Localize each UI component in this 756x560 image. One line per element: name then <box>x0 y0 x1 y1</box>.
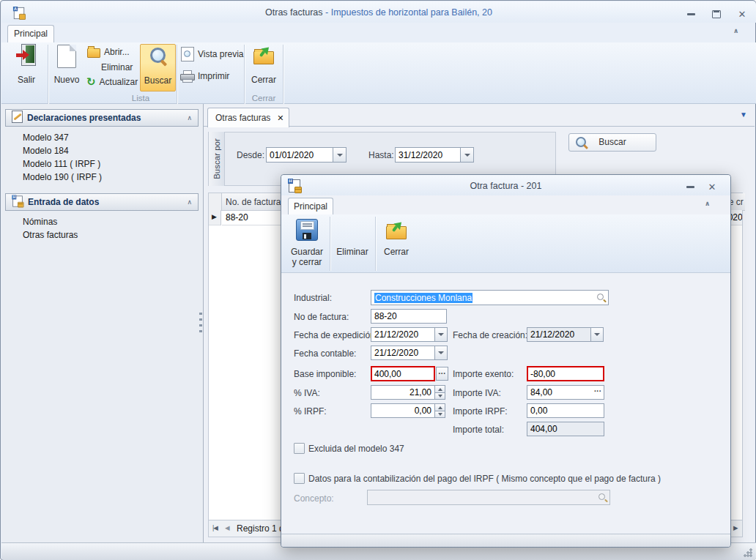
sidebar-item-nominas[interactable]: Nóminas <box>23 217 57 227</box>
irpf-pct-label: % IRPF: <box>294 406 327 417</box>
iva-spinner[interactable] <box>434 385 445 400</box>
irpf-pct-field[interactable]: 0,00 <box>371 403 435 418</box>
importe-exento-field[interactable]: -80,00 <box>527 366 604 381</box>
maximize-button[interactable] <box>707 8 726 20</box>
minimize-button[interactable] <box>681 8 700 20</box>
nav-prev-icon[interactable]: ◀ <box>225 524 230 531</box>
actualizar-button[interactable]: ↻ Actualizar <box>86 75 138 89</box>
industrial-label: Industrial: <box>294 293 332 303</box>
dialog-minimize-button[interactable] <box>681 181 700 193</box>
abrir-button[interactable]: Abrir... <box>87 45 130 59</box>
industrial-lookup-icon[interactable] <box>596 293 607 303</box>
iva-pct-label: % IVA: <box>294 388 320 398</box>
ribbon-collapse-icon[interactable]: ∧ <box>733 27 738 34</box>
iva-pct-field[interactable]: 21,00 <box>371 385 435 400</box>
tab-list-dropdown-icon[interactable]: ▼ <box>740 111 747 119</box>
printer-icon <box>179 70 194 82</box>
dialog-title: Otra factura - 201 <box>281 181 730 191</box>
sidebar-item-modelo-184[interactable]: Modelo 184 <box>23 146 69 156</box>
new-page-icon <box>57 45 76 68</box>
buscar-button[interactable]: Buscar <box>568 133 656 152</box>
desde-dropdown-icon[interactable] <box>333 147 346 163</box>
main-ribbon: Salir Nuevo Abrir... Eliminar ↻ Actualiz… <box>1 42 756 104</box>
splitter-handle[interactable] <box>199 313 202 333</box>
dialog-titlebar: H Otra factura - 201 ✕ <box>281 175 730 195</box>
exit-door-icon <box>15 44 37 66</box>
dialog-cerrar-button[interactable]: Cerrar <box>377 216 415 272</box>
nav-first-icon[interactable]: |◀ <box>212 524 218 531</box>
irpf-spinner[interactable] <box>434 403 445 418</box>
dialog-eliminar-button[interactable]: Eliminar <box>332 216 373 272</box>
hasta-field[interactable]: 31/12/2020 <box>395 147 461 163</box>
desde-field[interactable]: 01/01/2020 <box>266 147 333 163</box>
factura-field[interactable]: 88-20 <box>371 309 447 324</box>
sidebar-item-modelo-111[interactable]: Modelo 111 ( IRPF ) <box>23 159 100 169</box>
dialog-statusbar <box>281 534 730 547</box>
industrial-field[interactable]: Construcciones Monlana <box>371 290 609 305</box>
guardar-cerrar-button[interactable]: Guardary cerrar <box>286 216 327 272</box>
contable-field[interactable]: 21/12/2020 <box>371 346 435 360</box>
importe-total-label: Importe total: <box>453 425 504 435</box>
nuevo-button[interactable]: Nuevo <box>50 44 84 91</box>
contable-dropdown-icon[interactable] <box>434 346 448 360</box>
excluida-checkbox[interactable] <box>294 443 305 454</box>
importe-exento-label: Importe exento: <box>453 369 514 379</box>
imprimir-button[interactable]: Imprimir <box>179 69 229 83</box>
salir-button[interactable]: Salir <box>9 44 44 91</box>
expedicion-field[interactable]: 21/12/2020 <box>371 327 435 342</box>
ribbon-group-lista: Lista <box>104 94 177 102</box>
refresh-icon: ↻ <box>86 75 96 89</box>
tab-close-icon[interactable]: ✕ <box>277 113 284 123</box>
ribbon-tab-principal[interactable]: Principal <box>7 25 54 43</box>
dialog-ribbon-collapse-icon[interactable]: ∧ <box>705 200 710 207</box>
close-button[interactable]: ✕ <box>733 8 752 20</box>
concepto-field <box>367 490 610 505</box>
preview-icon <box>181 47 194 61</box>
dialog-close-button[interactable]: ✕ <box>703 181 722 193</box>
scroll-right-icon[interactable]: ▶ <box>733 524 738 531</box>
hasta-dropdown-icon[interactable] <box>460 147 474 163</box>
search-loupe-icon <box>148 47 168 67</box>
creacion-dropdown-icon[interactable] <box>590 327 604 342</box>
importe-iva-field[interactable]: 84,00 ··· <box>527 385 604 400</box>
sidebar-item-modelo-190[interactable]: Modelo 190 ( IRPF ) <box>23 172 102 182</box>
otra-factura-dialog: H Otra factura - 201 ✕ Principal ∧ Guard… <box>281 174 731 548</box>
sidebar-group-declaraciones[interactable]: Declaraciones presentadas ∧ <box>5 109 199 127</box>
base-ellipsis-button[interactable]: ··· <box>436 367 448 381</box>
sidebar-item-modelo-347[interactable]: Modelo 347 <box>23 132 69 143</box>
concepto-lookup-icon <box>598 493 608 503</box>
importe-iva-label: Importe IVA: <box>453 388 501 398</box>
collapse-chevron-icon[interactable]: ∧ <box>187 198 192 206</box>
dialog-tab-principal[interactable]: Principal <box>288 198 333 215</box>
factura-label: No de factura: <box>294 312 349 322</box>
base-imponible-field[interactable]: 400,00 <box>371 366 435 381</box>
expedicion-dropdown-icon[interactable] <box>434 327 448 342</box>
sidebar-item-otras-facturas[interactable]: Otras facturas <box>23 230 78 240</box>
collapse-chevron-icon[interactable]: ∧ <box>187 114 192 122</box>
base-imponible-label: Base imponible: <box>294 369 356 379</box>
datos-irpf-label: Datos para la contabilización del pago d… <box>308 474 661 484</box>
creacion-field: 21/12/2020 <box>527 327 591 342</box>
sidebar <box>1 104 204 542</box>
creacion-label: Fecha de creación: <box>453 330 527 340</box>
row-arrow-icon: ▶ <box>212 213 217 220</box>
hasta-label: Hasta: <box>368 150 394 160</box>
cerrar-ribbon-button[interactable]: Cerrar <box>246 44 281 91</box>
importe-irpf-field[interactable]: 0,00 <box>527 403 604 418</box>
resize-grip[interactable] <box>743 548 753 558</box>
buscar-ribbon-button[interactable]: Buscar <box>140 44 176 92</box>
sidebar-group-entrada[interactable]: H Entrada de datos ∧ <box>5 193 199 211</box>
ribbon-group-cerrar: Cerrar <box>246 94 281 102</box>
importe-irpf-label: Importe IRPF: <box>453 406 508 417</box>
window-title: Otras facturas - Impuestos de horizontal… <box>1 7 756 18</box>
excluida-label: Excluida del modelo 347 <box>308 444 404 454</box>
expedicion-label: Fecha de expedición: <box>294 330 377 340</box>
grid-indicator-header <box>209 193 222 211</box>
importe-iva-ellipsis-button[interactable]: ··· <box>594 387 601 395</box>
eliminar-button[interactable]: Eliminar <box>87 60 133 74</box>
dialog-ribbon: Guardary cerrar Eliminar Cerrar <box>281 214 730 273</box>
importe-total-field: 404,00 <box>527 422 604 436</box>
vista-previa-button[interactable]: Vista previa <box>181 47 243 61</box>
tab-otras-facturas[interactable]: Otras facturas ✕ <box>207 108 289 127</box>
datos-irpf-checkbox[interactable] <box>294 473 305 484</box>
